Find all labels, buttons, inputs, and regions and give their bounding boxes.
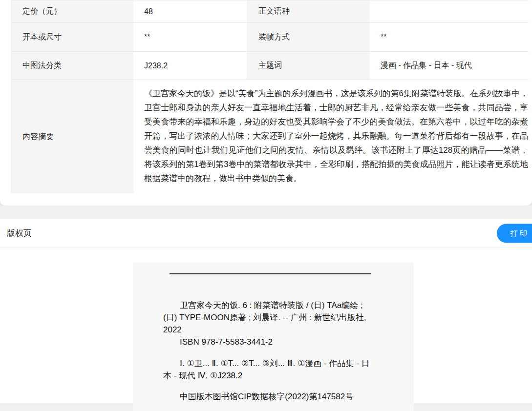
- field-value-clc: J238.2: [133, 52, 247, 80]
- field-label-price: 定价（元）: [11, 0, 133, 22]
- field-value-subject: 漫画 - 作品集 - 日本 - 现代: [370, 52, 528, 80]
- field-label-binding: 装帧方式: [247, 23, 370, 51]
- metadata-table: 定价（元） 48 正文语种 开本或尺寸 ** 装帧方式 ** 中图法分类 J23…: [11, 0, 528, 193]
- field-label-language: 正文语种: [247, 0, 370, 22]
- cip-isbn: ISBN 978-7-5583-3441-2: [163, 336, 373, 348]
- field-value-summary: 《卫宫家今天的饭》是以“美食”为主题的系列漫画书，这是该系列的第6集附菜谱特装版…: [133, 80, 528, 193]
- section-title: 版权页: [7, 227, 32, 239]
- table-row: 定价（元） 48 正文语种: [11, 0, 528, 23]
- table-row-summary: 内容摘要 《卫宫家今天的饭》是以“美食”为主题的系列漫画书，这是该系列的第6集附…: [11, 80, 528, 193]
- copyright-section: 版权页 打 印 卫宫家今天的饭. 6 : 附菜谱特装版 / (日) TAa编绘 …: [0, 219, 532, 403]
- field-label-summary: 内容摘要: [11, 80, 133, 193]
- cip-title-statement: 卫宫家今天的饭. 6 : 附菜谱特装版 / (日) TAa编绘 ; (日) TY…: [163, 299, 373, 336]
- table-row: 中图法分类 J238.2 主题词 漫画 - 作品集 - 日本 - 现代: [11, 52, 528, 80]
- cip-record-number: 中国版本图书馆CIP数据核字(2022)第147582号: [163, 390, 373, 403]
- field-label-format: 开本或尺寸: [11, 23, 133, 51]
- field-value-binding: **: [370, 23, 528, 51]
- print-button[interactable]: 打 印: [497, 224, 532, 243]
- field-value-price: 48: [133, 0, 247, 22]
- cip-text-block: 卫宫家今天的饭. 6 : 附菜谱特装版 / (日) TAa编绘 ; (日) TY…: [133, 274, 414, 411]
- field-value-format: **: [133, 23, 247, 51]
- field-label-clc: 中图法分类: [11, 52, 133, 80]
- copyright-section-header: 版权页 打 印: [0, 219, 532, 248]
- cip-data-card: 卫宫家今天的饭. 6 : 附菜谱特装版 / (日) TAa编绘 ; (日) TY…: [133, 263, 414, 411]
- section-divider-gap: [0, 206, 532, 219]
- field-label-subject: 主题词: [247, 52, 370, 80]
- cip-classification: Ⅰ. ①卫... Ⅱ. ①T... ②T... ③刘... Ⅲ. ①漫画 - 作…: [163, 357, 373, 382]
- table-row: 开本或尺寸 ** 装帧方式 **: [11, 23, 528, 52]
- book-details-card: 定价（元） 48 正文语种 开本或尺寸 ** 装帧方式 ** 中图法分类 J23…: [0, 0, 532, 206]
- field-value-language: [370, 0, 528, 22]
